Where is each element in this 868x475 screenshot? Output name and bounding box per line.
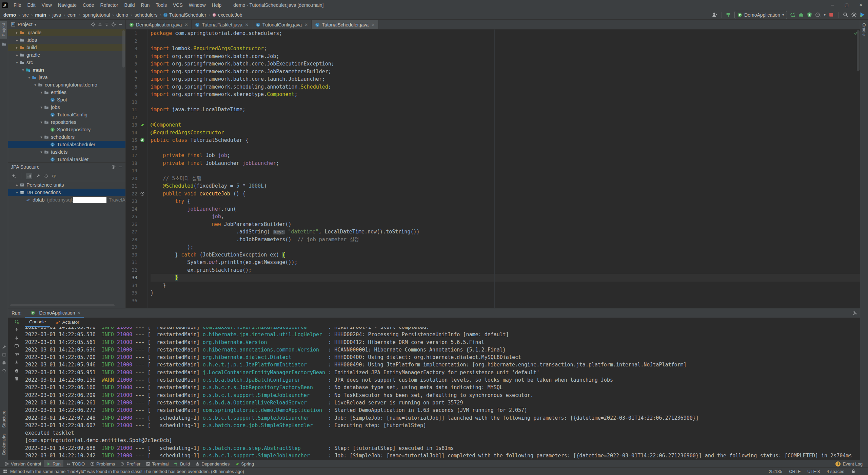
bean-icon[interactable]	[140, 122, 145, 127]
code-line[interactable]: @Component	[151, 121, 860, 129]
package-icon[interactable]	[44, 90, 49, 95]
run-icon[interactable]	[790, 12, 795, 18]
breadcrumb-item-java[interactable]: java	[52, 12, 62, 18]
code-line[interactable]: import org.springframework.batch.core.Jo…	[151, 60, 860, 68]
updates-icon[interactable]	[860, 12, 865, 18]
chevron-down-icon[interactable]: ▾	[26, 75, 32, 80]
menu-help[interactable]: Help	[209, 2, 225, 8]
chevron-right-icon[interactable]: ▸	[14, 183, 20, 187]
down-icon[interactable]	[14, 336, 19, 340]
breadcrumb-item-schedulers[interactable]: schedulers	[134, 12, 158, 18]
file-encoding[interactable]: UTF-8	[807, 469, 820, 474]
breadcrumb-item-springtutorial[interactable]: springtutorial	[82, 12, 111, 18]
preview-icon[interactable]	[52, 174, 57, 178]
code-line[interactable]: System.out.println(ex.getMessage());	[151, 259, 860, 266]
code-line[interactable]: import org.springframework.batch.core.la…	[151, 75, 860, 83]
chevron-down-icon[interactable]: ▾	[39, 90, 44, 95]
tool-window-button-project[interactable]: Project	[0, 21, 7, 39]
close-button[interactable]: ✕	[854, 0, 868, 10]
code-line[interactable]: try {	[151, 197, 860, 205]
breadcrumb-item-main[interactable]: main	[34, 12, 47, 18]
code-line[interactable]: import org.springframework.batch.core.Jo…	[151, 68, 860, 76]
folder-main-icon[interactable]	[26, 68, 31, 72]
editor-tab-tutorialscheduler-java[interactable]: CTutorialScheduler.java✕	[312, 20, 378, 29]
tool-bar-item-terminal[interactable]: Terminal	[143, 460, 171, 468]
tree-item-tutorialconfig[interactable]: CTutorialConfig	[8, 111, 125, 118]
class-icon[interactable]: C	[163, 13, 168, 17]
chevron-down-icon[interactable]: ▾	[35, 22, 37, 27]
chevron-right-icon[interactable]: ▸	[14, 31, 20, 35]
editor-tab-tutorialconfig-java[interactable]: CTutorialConfig.java✕	[252, 20, 312, 29]
trash-icon[interactable]	[14, 376, 19, 381]
package-icon[interactable]	[44, 135, 49, 139]
scrollend-icon[interactable]	[14, 360, 19, 365]
springboot-icon[interactable]	[129, 22, 134, 27]
tree-item--gradle[interactable]: ▸.gradle	[8, 29, 125, 36]
locate-icon[interactable]	[44, 174, 48, 178]
hide-icon[interactable]	[118, 165, 123, 169]
print-icon[interactable]	[14, 368, 19, 373]
expandall-icon[interactable]	[98, 22, 102, 27]
tool-bar-item-profiler[interactable]: Profiler	[118, 460, 143, 468]
code-line[interactable]: } catch (JobExecutionException ex) {	[151, 251, 860, 259]
code-line[interactable]: .toJobParameters() // job parameter 설정	[151, 236, 860, 244]
settings-icon[interactable]	[852, 311, 857, 316]
debug-icon[interactable]	[798, 12, 804, 18]
tree-item-build[interactable]: ▸build	[8, 44, 125, 51]
menu-build[interactable]: Build	[121, 2, 138, 8]
code-line[interactable]	[151, 114, 860, 121]
folder-ex-icon[interactable]	[20, 45, 24, 50]
code-line[interactable]: import java.time.LocalDateTime;	[151, 106, 860, 114]
hammer-icon[interactable]	[726, 12, 732, 18]
package-icon[interactable]	[44, 150, 49, 154]
class-icon[interactable]: C	[50, 97, 55, 102]
interface-icon[interactable]: I	[50, 127, 55, 132]
code-line[interactable]: }	[151, 289, 860, 297]
code-line[interactable]: }	[151, 282, 860, 289]
tree-item-jobs[interactable]: ▾jobs	[8, 103, 125, 111]
folder-icon[interactable]	[0, 42, 8, 46]
menu-run[interactable]: Run	[138, 2, 153, 8]
tool-window-button-bookmarks[interactable]: Bookmarks	[1, 431, 7, 457]
close-icon[interactable]: ✕	[371, 22, 375, 27]
settings-icon[interactable]	[111, 165, 116, 169]
monitor-icon[interactable]	[0, 353, 8, 358]
code-line[interactable]	[151, 297, 860, 305]
problems-icon[interactable]	[90, 462, 95, 466]
coverage-icon[interactable]	[807, 12, 812, 18]
console-tab-actuator[interactable]: Actuator	[52, 318, 83, 327]
menu-edit[interactable]: Edit	[24, 2, 39, 8]
project-scrollbar[interactable]	[122, 30, 125, 68]
code-line[interactable]	[151, 167, 860, 175]
run-small-icon[interactable]	[46, 462, 51, 466]
code-line[interactable]: }	[151, 274, 860, 282]
tree-item-entities[interactable]: ▾entities	[8, 89, 125, 96]
runmethod-icon[interactable]	[140, 191, 145, 196]
close-icon[interactable]: ✕	[304, 22, 308, 27]
print-icon[interactable]	[0, 361, 8, 365]
tree-item--idea[interactable]: ▸.idea	[8, 36, 125, 44]
deps-icon[interactable]	[195, 462, 200, 466]
close-icon[interactable]: ✕	[245, 22, 249, 27]
menu-navigate[interactable]: Navigate	[55, 2, 80, 8]
code-line[interactable]: ex.printStackTrace();	[151, 266, 860, 274]
menu-view[interactable]: View	[39, 2, 55, 8]
tool-bar-item-run[interactable]: Run	[44, 460, 63, 468]
tree-item-gradle[interactable]: ▸gradle	[8, 51, 125, 59]
menu-vcs[interactable]: VCS	[170, 2, 186, 8]
menu-code[interactable]: Code	[80, 2, 97, 8]
mysql-icon[interactable]	[26, 197, 31, 202]
profiler-icon[interactable]	[815, 12, 821, 18]
folder-icon[interactable]	[20, 53, 24, 57]
chevron-down-icon[interactable]: ▾	[14, 190, 20, 195]
code-line[interactable]: private final JobLauncher jobLauncher;	[151, 159, 860, 167]
tree-item-db-connections[interactable]: ▾DB connections	[8, 189, 125, 196]
code-line[interactable]	[151, 37, 860, 45]
editor-tab-demoapplication-java[interactable]: DemoApplication.java✕	[126, 20, 192, 29]
package-icon[interactable]	[38, 82, 43, 87]
project-panel-title[interactable]: Project	[18, 22, 33, 27]
code-line[interactable]: new JobParametersBuilder()	[151, 221, 860, 228]
wrench-icon[interactable]	[36, 174, 40, 178]
profiler-icon[interactable]	[120, 462, 125, 466]
code-line[interactable]: import org.springframework.stereotype.Co…	[151, 91, 860, 98]
